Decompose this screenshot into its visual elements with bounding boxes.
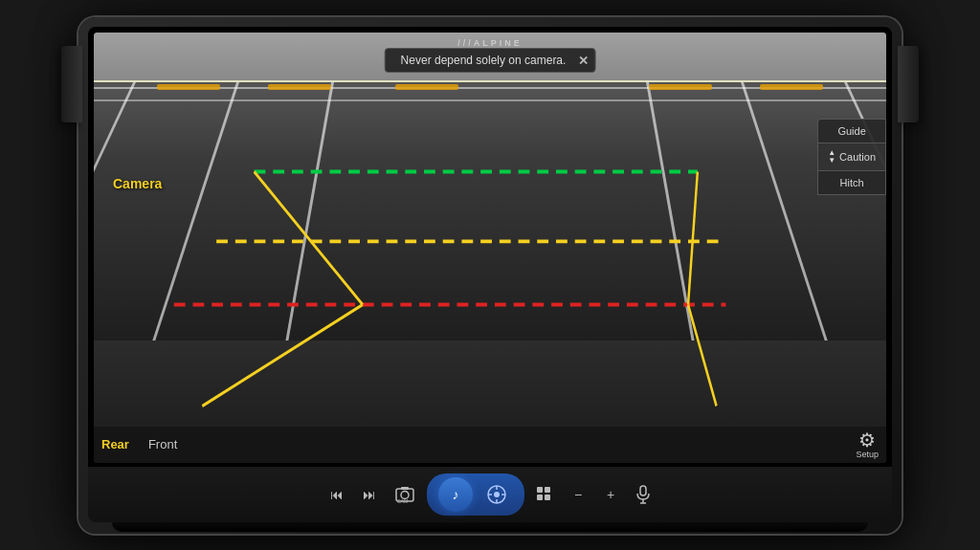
svg-text:CAM: CAM [397, 498, 408, 504]
grid-button[interactable] [530, 482, 559, 507]
plus-button[interactable]: + [597, 483, 624, 506]
warning-banner: Never depend solely on camera. ✕ [385, 48, 596, 73]
control-bar: ⏮ ⏭ CAM ♪ [88, 467, 892, 522]
device: ///ALPINE Never depend solely on camera.… [78, 17, 902, 534]
svg-rect-19 [537, 495, 543, 500]
setup-label: Setup [856, 450, 879, 459]
warning-close-button[interactable]: ✕ [578, 53, 589, 67]
center-controls: ♪ [427, 473, 524, 516]
guide-button[interactable]: Guide [817, 119, 886, 143]
prev-button[interactable]: ⏮ [323, 483, 350, 506]
svg-rect-20 [545, 495, 550, 500]
camera-button[interactable]: CAM [389, 480, 421, 509]
camera-view: ///ALPINE Never depend solely on camera.… [94, 33, 886, 463]
svg-rect-9 [401, 487, 409, 490]
camera-label: Camera [113, 176, 162, 191]
rear-button[interactable]: Rear [101, 437, 129, 451]
caution-label: Caution [839, 151, 876, 163]
hitch-button[interactable]: Hitch [817, 170, 886, 195]
gear-icon: ⚙ [858, 430, 876, 450]
mic-button[interactable] [630, 481, 657, 508]
caution-arrows: ▲ ▼ [828, 149, 835, 165]
minus-button[interactable]: − [565, 483, 591, 506]
music-button[interactable]: ♪ [438, 477, 473, 512]
grid-icon [536, 486, 553, 503]
screen: ///ALPINE Never depend solely on camera.… [94, 33, 886, 463]
svg-rect-21 [640, 486, 646, 495]
svg-rect-17 [537, 487, 543, 493]
front-button[interactable]: Front [148, 437, 177, 451]
camera-icon: CAM [394, 484, 415, 505]
next-button[interactable]: ⏭ [356, 483, 383, 506]
nav-icon [486, 484, 507, 505]
setup-button[interactable]: ⚙ Setup [856, 430, 879, 459]
parking-area [94, 82, 886, 341]
nav-button[interactable] [480, 480, 513, 509]
alpine-logo: ///ALPINE [457, 38, 523, 48]
asphalt [94, 82, 886, 341]
screen-bezel: ///ALPINE Never depend solely on camera.… [88, 27, 892, 467]
warning-text: Never depend solely on camera. [401, 54, 567, 67]
svg-rect-18 [545, 487, 550, 493]
svg-point-12 [494, 492, 500, 497]
device-lip [112, 522, 868, 532]
bottom-bar: Rear Front ⚙ Setup [94, 427, 886, 463]
side-menu: Guide ▲ ▼ Caution Hitch [817, 119, 886, 195]
mic-icon [635, 485, 651, 504]
caution-button[interactable]: ▲ ▼ Caution [817, 143, 886, 170]
